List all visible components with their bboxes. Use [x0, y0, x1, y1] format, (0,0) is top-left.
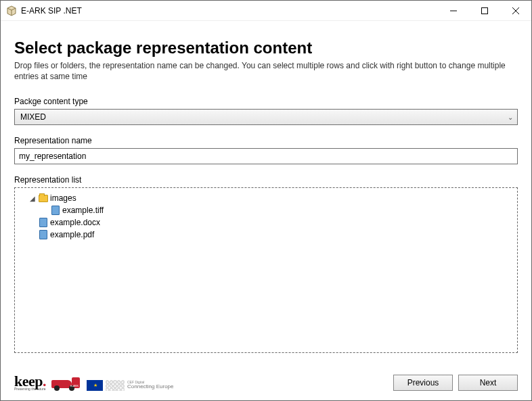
tree-collapse-icon[interactable]: ◢ — [28, 194, 37, 202]
eu-pattern-icon — [106, 380, 125, 391]
content-type-label: Packge content type — [14, 97, 518, 106]
tree-file-label: example.tiff — [62, 206, 104, 215]
app-icon — [6, 5, 17, 16]
wizard-footer: keep. Preserving the future E-ARK ★ CEF … — [1, 369, 531, 400]
file-icon — [38, 217, 49, 228]
maximize-button[interactable] — [469, 1, 500, 21]
eark-truck-logo: E-ARK — [51, 376, 81, 391]
eu-logo: ★ CEF Digital Connecting Europe — [87, 380, 174, 391]
file-icon — [38, 229, 49, 240]
svg-rect-3 — [482, 7, 488, 14]
tree-file-row[interactable]: example.tiff — [18, 204, 514, 216]
chevron-down-icon: ⌄ — [508, 114, 513, 121]
file-icon — [50, 205, 61, 216]
wizard-page: Select package representation content Dr… — [1, 21, 531, 369]
folder-icon — [38, 193, 49, 204]
tree-file-label: example.docx — [50, 218, 100, 227]
tree-file-row[interactable]: example.pdf — [18, 229, 514, 241]
keep-logo: keep. Preserving the future — [14, 375, 46, 391]
titlebar: E-ARK SIP .NET — [1, 1, 531, 21]
footer-logos: keep. Preserving the future E-ARK ★ CEF … — [14, 375, 388, 391]
close-button[interactable] — [500, 1, 531, 21]
page-subtitle: Drop files or folders, the representatio… — [14, 60, 518, 82]
eu-flag-icon: ★ — [87, 380, 103, 391]
content-type-select[interactable]: MIXED ⌄ — [14, 109, 518, 125]
tree-file-row[interactable]: example.docx — [18, 216, 514, 229]
tree-folder-row[interactable]: ◢ images — [18, 192, 514, 204]
representation-list[interactable]: ◢ images example.tiff example.docx examp… — [14, 187, 518, 353]
representation-name-input[interactable] — [14, 148, 518, 164]
content-type-value: MIXED — [20, 112, 46, 122]
page-heading: Select package representation content — [14, 39, 518, 57]
representation-list-label: Representation list — [14, 175, 518, 185]
representation-name-label: Representation name — [14, 136, 518, 145]
window-title: E-ARK SIP .NET — [21, 6, 82, 16]
app-window: E-ARK SIP .NET Select package representa… — [0, 0, 532, 401]
next-button[interactable]: Next — [458, 375, 518, 391]
minimize-button[interactable] — [438, 1, 469, 21]
previous-button[interactable]: Previous — [393, 375, 453, 391]
tree-folder-label: images — [50, 193, 76, 203]
tree-file-label: example.pdf — [50, 230, 94, 239]
